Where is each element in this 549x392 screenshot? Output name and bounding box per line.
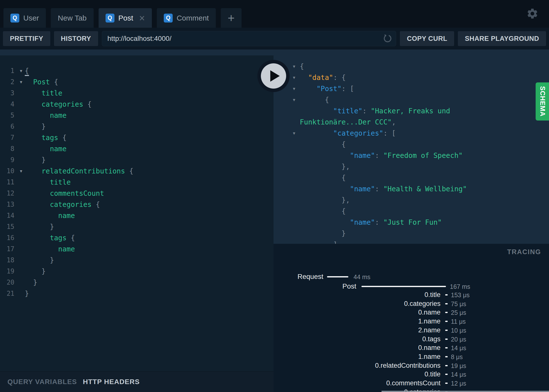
tab-label: Comment	[177, 14, 209, 22]
response-line: "title": "Hacker, Freaks und	[274, 105, 549, 117]
response-gutter	[274, 161, 300, 172]
tracing-resolver-label: 0.title	[274, 370, 440, 378]
tracing-resolver-bar	[445, 294, 448, 295]
close-tab-icon[interactable]: ×	[139, 13, 145, 23]
tracing-resolver-row: 0.categories75 μs	[274, 300, 549, 307]
code-text: },	[300, 195, 350, 206]
line-number: 5	[10, 110, 14, 121]
response-gutter	[274, 183, 300, 195]
editor-gutter: 3	[0, 88, 25, 99]
tracing-resolver-row: 0.commentsCount12 μs	[274, 379, 549, 387]
tracing-resolver-row: 0.tags20 μs	[274, 335, 549, 343]
tracing-resolver-bar	[445, 339, 448, 340]
tab-user[interactable]: QUser	[3, 8, 46, 28]
editor-gutter: 20	[0, 277, 25, 288]
tracing-resolver-duration: 14 μs	[451, 371, 466, 378]
execute-query-button[interactable]	[257, 60, 290, 92]
code-text: }	[25, 288, 29, 299]
line-number: 15	[7, 221, 14, 232]
code-text: name	[25, 110, 67, 121]
code-text: },	[300, 161, 350, 172]
fold-arrow-icon[interactable]: ▼	[293, 72, 295, 83]
response-gutter	[274, 228, 300, 239]
response-gutter: ▼	[274, 128, 300, 139]
editor-gutter: 10▼	[0, 166, 25, 177]
query-editor-line: 13 categories {	[0, 199, 274, 210]
query-badge: Q	[106, 14, 114, 23]
query-editor-line: 16 tags {	[0, 232, 274, 244]
tracing-resolver-bar	[445, 383, 448, 384]
editor-gutter: 11	[0, 177, 25, 188]
tracing-resolver-duration: 153 μs	[451, 292, 470, 298]
tracing-resolver-row: 0.name25 μs	[274, 309, 549, 316]
editor-gutter: 2▼	[0, 76, 25, 88]
editor-gutter: 7	[0, 132, 25, 143]
line-number: 20	[7, 277, 14, 288]
query-editor[interactable]: 1▼{2▼ Post {3 title4 categories {5 name6…	[0, 55, 274, 371]
reload-schema-icon[interactable]	[382, 33, 392, 44]
tracing-resolver-bar	[445, 321, 448, 322]
editor-gutter: 1▼	[0, 65, 25, 76]
editor-gutter: 4	[0, 99, 25, 110]
tab-bar: QUserNew TabQPost×QComment +	[0, 0, 549, 28]
line-number: 14	[7, 210, 14, 221]
tracing-resolver-row: 0.relatedContributions19 μs	[274, 362, 549, 369]
add-tab-button[interactable]: +	[221, 8, 242, 28]
tab-new-tab[interactable]: New Tab	[51, 8, 93, 28]
tracing-resolver-bar	[445, 347, 448, 348]
line-number: 6	[10, 121, 14, 132]
line-number: 10	[7, 166, 14, 177]
tracing-resolver-duration: 14 μs	[451, 344, 466, 351]
schema-side-tab[interactable]: SCHEMA	[536, 82, 549, 121]
tracing-resolver-duration: 10 μs	[451, 327, 466, 334]
tracing-resolver-label: 0.relatedContributions	[274, 362, 440, 369]
tracing-resolver-duration: 12 μs	[451, 380, 466, 387]
graphql-playground-window: QUserNew TabQPost×QComment + PRETTIFY HI…	[0, 0, 549, 392]
fold-arrow-icon[interactable]: ▼	[20, 65, 22, 76]
tracing-request-row: Request 44 ms	[274, 273, 549, 280]
line-number: 13	[7, 199, 14, 210]
fold-arrow-icon[interactable]: ▼	[293, 128, 295, 139]
code-text: Funktionäre...Der CCC",	[300, 117, 396, 128]
line-number: 7	[10, 132, 14, 143]
fold-arrow-icon[interactable]: ▼	[20, 76, 22, 88]
main-area: 1▼{2▼ Post {3 title4 categories {5 name6…	[0, 49, 549, 392]
query-editor-line: 14 name	[0, 210, 274, 221]
fold-arrow-icon[interactable]: ▼	[293, 94, 295, 105]
copy-curl-button[interactable]: COPY CURL	[400, 31, 454, 46]
response-viewer: ▼{▼ "data": {▼ "Post": [▼ { "title": "Ha…	[274, 49, 549, 244]
fold-arrow-icon[interactable]: ▼	[293, 83, 295, 94]
share-playground-button[interactable]: SHARE PLAYGROUND	[458, 31, 546, 46]
variables-bar: QUERY VARIABLES HTTP HEADERS	[0, 371, 274, 392]
endpoint-url-input[interactable]: http://localhost:4000/	[102, 31, 396, 46]
toolbar: PRETTIFY HISTORY http://localhost:4000/ …	[0, 28, 549, 49]
tab-comment[interactable]: QComment	[157, 8, 216, 28]
code-text: {	[300, 139, 346, 150]
fold-arrow-icon[interactable]: ▼	[20, 166, 22, 177]
tracing-resolver-label: 1.name	[274, 353, 440, 360]
settings-gear-icon[interactable]	[526, 7, 539, 20]
tab-post[interactable]: QPost×	[99, 8, 152, 28]
prettify-button[interactable]: PRETTIFY	[3, 31, 50, 46]
tracing-root-bar	[361, 286, 446, 287]
tracing-resolver-duration: 75 μs	[451, 300, 466, 307]
tracing-request-duration: 44 ms	[354, 273, 370, 280]
code-text: name	[25, 244, 75, 255]
code-text: categories {	[25, 199, 100, 210]
query-editor-line: 15 }	[0, 221, 274, 232]
query-editor-line: 21}	[0, 288, 274, 299]
code-text: }	[25, 154, 46, 166]
response-line: {	[274, 172, 549, 183]
http-headers-tab[interactable]: HTTP HEADERS	[83, 378, 140, 386]
history-button[interactable]: HISTORY	[54, 31, 98, 46]
editor-gutter: 18	[0, 255, 25, 266]
response-gutter	[274, 139, 300, 150]
fold-arrow-icon[interactable]: ▼	[293, 61, 295, 72]
tracing-resolver-bar	[445, 303, 448, 304]
code-text: {	[300, 172, 346, 183]
code-text: ]	[300, 239, 337, 244]
tab-list: QUserNew TabQPost×QComment	[3, 8, 221, 28]
query-variables-tab[interactable]: QUERY VARIABLES	[7, 378, 77, 386]
response-line: },	[274, 161, 549, 172]
response-line: ▼{	[274, 61, 549, 72]
